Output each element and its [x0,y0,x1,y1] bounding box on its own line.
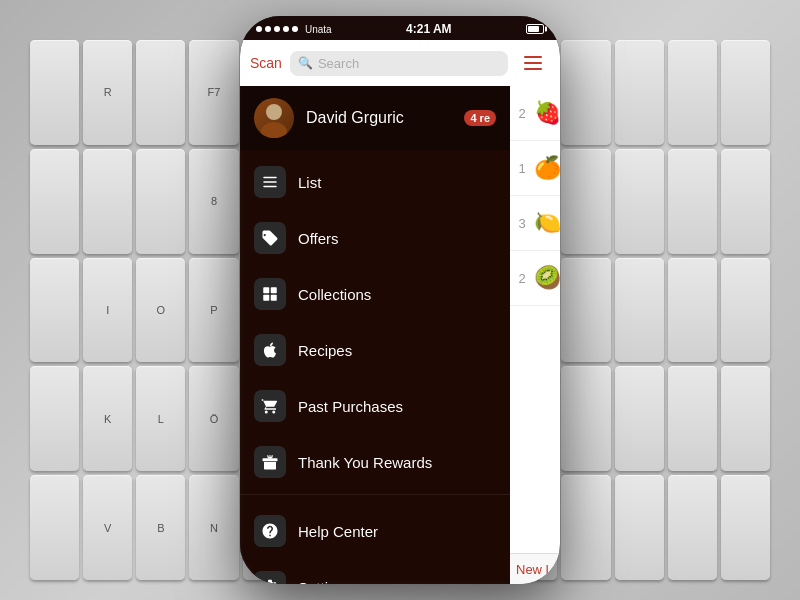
key [615,149,664,254]
help-icon [261,522,279,540]
menu-item-past-purchases[interactable]: Past Purchases [240,378,510,434]
menu-item-offers[interactable]: Offers [240,210,510,266]
notification-badge: 4 re [464,110,496,126]
signal-dot [274,26,280,32]
signal-dot [292,26,298,32]
signal-dot [265,26,271,32]
key [668,475,717,580]
key: K [83,366,132,471]
menu-item-thank-you-rewards[interactable]: Thank You Rewards [240,434,510,490]
offers-icon [261,229,279,247]
key [561,475,610,580]
svg-point-1 [261,122,287,138]
menu-item-help-center-label: Help Center [298,523,378,540]
key [561,149,610,254]
key: R [83,40,132,145]
signal-dot [283,26,289,32]
key [30,366,79,471]
menu-section-secondary: Help Center Settings [240,495,510,584]
key: Ö [189,366,238,471]
menu-item-help-center[interactable]: Help Center [240,503,510,559]
list-row: 1 🍊 [510,141,560,196]
list-row-image: 🥝 [534,265,560,291]
list-row-num: 2 [516,271,528,286]
user-profile[interactable]: David Grguric 4 re [240,86,510,150]
key: L [136,366,185,471]
key: 8 [189,149,238,254]
battery-icon [526,24,544,34]
hamburger-line [524,56,542,58]
user-name: David Grguric [306,109,404,127]
top-bar: Scan 🔍 Search [240,40,560,86]
collections-icon [261,285,279,303]
menu-item-past-purchases-label: Past Purchases [298,398,403,415]
key: F7 [189,40,238,145]
key: O [136,258,185,363]
list-row-num: 1 [516,161,528,176]
list-row-image: 🍊 [534,155,560,181]
thank-you-rewards-icon [261,453,279,471]
screen-content: David Grguric 4 re [240,86,560,584]
menu-item-thank-you-rewards-label: Thank You Rewards [298,454,432,471]
hamburger-button[interactable] [516,46,550,80]
key [561,40,610,145]
menu-item-collections[interactable]: Collections [240,266,510,322]
list-row-image: 🍓 [534,100,560,126]
key [668,366,717,471]
collections-icon-container [254,278,286,310]
menu-item-settings[interactable]: Settings [240,559,510,584]
scan-button[interactable]: Scan [250,55,282,71]
offers-icon-container [254,222,286,254]
svg-rect-5 [263,287,269,293]
svg-rect-2 [263,177,277,179]
list-icon [261,173,279,191]
menu-item-recipes[interactable]: Recipes [240,322,510,378]
key [721,475,770,580]
key [30,40,79,145]
key [615,475,664,580]
key: N [189,475,238,580]
key [561,258,610,363]
status-right [526,24,544,34]
list-row-num: 2 [516,106,528,121]
key [136,40,185,145]
key [615,366,664,471]
signal-dot [256,26,262,32]
key [30,149,79,254]
hamburger-line [524,68,542,70]
svg-rect-8 [271,295,277,301]
thank-you-rewards-icon-container [254,446,286,478]
list-icon-container [254,166,286,198]
key [30,475,79,580]
list-row-num: 3 [516,216,528,231]
svg-rect-7 [263,295,269,301]
key [136,149,185,254]
key [721,258,770,363]
past-purchases-icon-container [254,390,286,422]
key [83,149,132,254]
menu-item-recipes-label: Recipes [298,342,352,359]
key [668,40,717,145]
menu-item-list[interactable]: List [240,154,510,210]
signal-dots [256,26,298,32]
key [721,366,770,471]
menu-panel: David Grguric 4 re [240,86,510,584]
menu-item-offers-label: Offers [298,230,339,247]
menu-items: List Offers [240,150,510,584]
list-row-image: 🍋 [534,210,560,236]
key: B [136,475,185,580]
search-bar[interactable]: 🔍 Search [290,51,508,76]
avatar [254,98,294,138]
menu-section-main: List Offers [240,150,510,495]
svg-point-0 [266,104,282,120]
svg-rect-4 [263,186,277,188]
status-time: 4:21 AM [406,22,452,36]
past-purchases-icon [261,397,279,415]
key: I [83,258,132,363]
help-icon-container [254,515,286,547]
menu-item-collections-label: Collections [298,286,371,303]
phone-device: Unata 4:21 AM Scan 🔍 Search [240,16,560,584]
search-placeholder: Search [318,56,359,71]
key [30,258,79,363]
key [668,149,717,254]
